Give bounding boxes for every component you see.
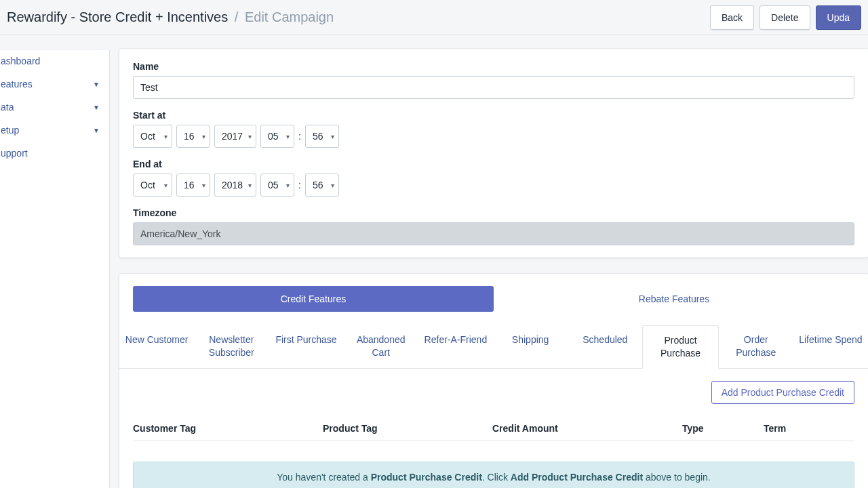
primary-tabs: Credit Features Rebate Features <box>133 286 854 312</box>
topbar-actions: Back Delete Upda <box>710 5 861 30</box>
table-header: Customer Tag Product Tag Credit Amount T… <box>133 416 854 441</box>
tab-abandoned-cart[interactable]: Abandoned Cart <box>344 325 418 368</box>
tab-scheduled[interactable]: Scheduled <box>568 325 642 368</box>
sidebar-item-dashboard[interactable]: ashboard <box>1 49 109 73</box>
end-day-select[interactable]: 16 <box>176 174 210 197</box>
end-year-select[interactable]: 2018 <box>214 174 256 197</box>
section-actions: Add Product Purchase Credit <box>133 369 854 416</box>
page-title: Edit Campaign <box>245 9 334 24</box>
secondary-tabs: New Customer Newsletter Subscriber First… <box>119 325 868 369</box>
end-month-select[interactable]: Oct <box>133 174 172 197</box>
tab-lifetime-spend[interactable]: Lifetime Spend <box>793 325 868 368</box>
caret-down-icon: ▼ <box>93 104 100 111</box>
sidebar-item-setup[interactable]: etup ▼ <box>1 119 109 142</box>
sidebar-item-features[interactable]: eatures ▼ <box>1 73 109 96</box>
tab-new-customer[interactable]: New Customer <box>119 325 194 368</box>
breadcrumb-separator: / <box>235 9 239 24</box>
col-credit-amount: Credit Amount <box>492 423 682 434</box>
timezone-field: America/New_York <box>133 222 854 245</box>
app-title: Rewardify - Store Credit + Incentives <box>7 9 228 24</box>
sidebar-item-label: ashboard <box>1 56 40 66</box>
back-button[interactable]: Back <box>710 5 754 30</box>
tab-shipping[interactable]: Shipping <box>493 325 568 368</box>
start-hour-select[interactable]: 05 <box>260 125 294 148</box>
time-separator: : <box>298 131 301 142</box>
end-hour-select[interactable]: 05 <box>260 174 294 197</box>
start-at-label: Start at <box>133 110 854 121</box>
delete-button[interactable]: Delete <box>760 5 810 30</box>
start-month-select[interactable]: Oct <box>133 125 172 148</box>
sidebar-item-label: upport <box>1 148 28 159</box>
tab-order-purchase[interactable]: Order Purchase <box>719 325 793 368</box>
timezone-label: Timezone <box>133 207 854 218</box>
sidebar: ashboard eatures ▼ ata ▼ etup ▼ upport <box>0 49 110 488</box>
start-minute-select[interactable]: 56 <box>305 125 339 148</box>
breadcrumb: Rewardify - Store Credit + Incentives / … <box>7 9 334 25</box>
col-type: Type <box>682 423 764 434</box>
start-year-select[interactable]: 2017 <box>214 125 256 148</box>
add-product-purchase-credit-button[interactable]: Add Product Purchase Credit <box>711 381 854 404</box>
sidebar-item-label: eatures <box>1 79 33 89</box>
empty-state-alert: You haven't created a Product Purchase C… <box>133 462 854 488</box>
name-label: Name <box>133 61 854 72</box>
sidebar-item-data[interactable]: ata ▼ <box>1 96 109 119</box>
col-customer-tag: Customer Tag <box>133 423 323 434</box>
tab-first-purchase[interactable]: First Purchase <box>269 325 343 368</box>
tab-newsletter-subscriber[interactable]: Newsletter Subscriber <box>194 325 269 368</box>
features-card: Credit Features Rebate Features New Cust… <box>119 274 868 488</box>
end-minute-select[interactable]: 56 <box>305 174 339 197</box>
tab-rebate-features[interactable]: Rebate Features <box>494 286 854 312</box>
name-input[interactable] <box>133 76 854 99</box>
caret-down-icon: ▼ <box>93 81 100 88</box>
end-at-row: Oct 16 2018 05 : 56 <box>133 174 854 197</box>
start-at-row: Oct 16 2017 05 : 56 <box>133 125 854 148</box>
start-day-select[interactable]: 16 <box>176 125 210 148</box>
sidebar-item-label: etup <box>1 125 19 136</box>
col-product-tag: Product Tag <box>323 423 492 434</box>
sidebar-item-support[interactable]: upport <box>1 142 109 165</box>
caret-down-icon: ▼ <box>93 127 100 134</box>
time-separator: : <box>298 180 301 190</box>
tab-refer-a-friend[interactable]: Refer-A-Friend <box>418 325 493 368</box>
campaign-form-card: Name Start at Oct 16 2017 05 : 56 End at… <box>119 49 868 258</box>
end-at-label: End at <box>133 159 854 169</box>
tab-credit-features[interactable]: Credit Features <box>133 286 494 312</box>
tab-product-purchase[interactable]: Product Purchase <box>642 325 718 369</box>
main-content: Name Start at Oct 16 2017 05 : 56 End at… <box>110 35 868 488</box>
topbar: Rewardify - Store Credit + Incentives / … <box>0 0 868 35</box>
col-term: Term <box>764 423 854 434</box>
update-button[interactable]: Upda <box>816 5 861 30</box>
sidebar-item-label: ata <box>1 102 14 113</box>
